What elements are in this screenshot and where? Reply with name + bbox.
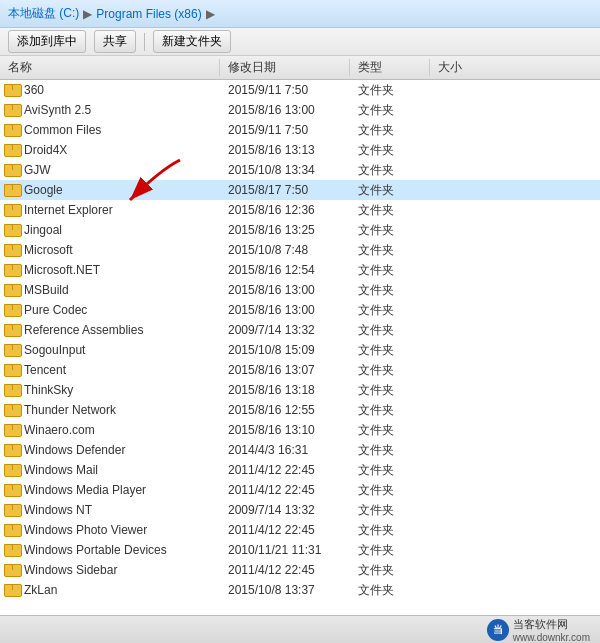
table-row[interactable]: Windows Media Player2011/4/12 22:45文件夹 [0,480,600,500]
file-name-label: Reference Assemblies [24,323,143,337]
file-type-cell: 文件夹 [350,562,430,579]
table-row[interactable]: Pure Codec2015/8/16 13:00文件夹 [0,300,600,320]
table-row[interactable]: Internet Explorer2015/8/16 12:36文件夹 [0,200,600,220]
file-name-cell: GJW [0,163,220,177]
file-type-cell: 文件夹 [350,82,430,99]
folder-icon [4,384,20,397]
table-row[interactable]: Droid4X2015/8/16 13:13文件夹 [0,140,600,160]
table-row[interactable]: SogouInput2015/10/8 15:09文件夹 [0,340,600,360]
file-name-cell: ThinkSky [0,383,220,397]
table-row[interactable]: Microsoft2015/10/8 7:48文件夹 [0,240,600,260]
file-type-cell: 文件夹 [350,402,430,419]
file-name-cell: Windows Photo Viewer [0,523,220,537]
file-name-cell: Windows Sidebar [0,563,220,577]
file-date-cell: 2015/8/16 13:07 [220,363,350,377]
folder-icon [4,464,20,477]
file-type-cell: 文件夹 [350,102,430,119]
table-row[interactable]: Thunder Network2015/8/16 12:55文件夹 [0,400,600,420]
table-row[interactable]: Windows Mail2011/4/12 22:45文件夹 [0,460,600,480]
file-date-cell: 2015/8/16 13:25 [220,223,350,237]
file-name-label: Tencent [24,363,66,377]
table-row[interactable]: Tencent2015/8/16 13:07文件夹 [0,360,600,380]
file-name-cell: Tencent [0,363,220,377]
file-type-cell: 文件夹 [350,542,430,559]
table-row[interactable]: ZkLan2015/10/8 13:37文件夹 [0,580,600,600]
file-date-cell: 2011/4/12 22:45 [220,463,350,477]
file-name-label: Windows Defender [24,443,125,457]
file-type-cell: 文件夹 [350,262,430,279]
breadcrumb-folder[interactable]: Program Files (x86) [96,7,201,21]
file-date-cell: 2015/8/16 13:00 [220,303,350,317]
file-type-cell: 文件夹 [350,362,430,379]
file-name-label: MSBuild [24,283,69,297]
file-list-wrapper: 3602015/9/11 7:50文件夹AviSynth 2.52015/8/1… [0,80,600,615]
table-row[interactable]: Windows NT2009/7/14 13:32文件夹 [0,500,600,520]
col-name-header[interactable]: 名称 [0,59,220,76]
file-type-cell: 文件夹 [350,182,430,199]
folder-icon [4,424,20,437]
file-name-cell: Droid4X [0,143,220,157]
watermark-logo: 当 [487,619,509,641]
folder-icon [4,364,20,377]
add-to-library-button[interactable]: 添加到库中 [8,30,86,53]
new-folder-button[interactable]: 新建文件夹 [153,30,231,53]
file-date-cell: 2015/8/16 13:00 [220,283,350,297]
breadcrumb-drive[interactable]: 本地磁盘 (C:) [8,5,79,22]
table-row[interactable]: 3602015/9/11 7:50文件夹 [0,80,600,100]
file-name-cell: ZkLan [0,583,220,597]
file-name-label: Internet Explorer [24,203,113,217]
file-name-label: Windows Portable Devices [24,543,167,557]
breadcrumb-sep2: ▶ [206,7,215,21]
file-type-cell: 文件夹 [350,422,430,439]
file-date-cell: 2015/8/16 13:13 [220,143,350,157]
file-name-label: Microsoft.NET [24,263,100,277]
table-row[interactable]: ThinkSky2015/8/16 13:18文件夹 [0,380,600,400]
file-date-cell: 2015/9/11 7:50 [220,123,350,137]
file-name-label: Windows NT [24,503,92,517]
file-name-cell: Pure Codec [0,303,220,317]
folder-icon [4,204,20,217]
file-type-cell: 文件夹 [350,242,430,259]
file-name-label: Winaero.com [24,423,95,437]
col-date-header[interactable]: 修改日期 [220,59,350,76]
file-name-label: Droid4X [24,143,67,157]
file-type-cell: 文件夹 [350,382,430,399]
file-name-cell: Jingoal [0,223,220,237]
watermark-label: 当客软件网 www.downkr.com [513,617,590,643]
table-row[interactable]: AviSynth 2.52015/8/16 13:00文件夹 [0,100,600,120]
col-type-header[interactable]: 类型 [350,59,430,76]
table-row[interactable]: Windows Sidebar2011/4/12 22:45文件夹 [0,560,600,580]
file-type-cell: 文件夹 [350,122,430,139]
file-name-label: Windows Sidebar [24,563,117,577]
table-row[interactable]: Windows Photo Viewer2011/4/12 22:45文件夹 [0,520,600,540]
file-date-cell: 2014/4/3 16:31 [220,443,350,457]
file-date-cell: 2015/8/17 7:50 [220,183,350,197]
file-type-cell: 文件夹 [350,442,430,459]
table-row[interactable]: Google2015/8/17 7:50文件夹 [0,180,600,200]
table-row[interactable]: Reference Assemblies2009/7/14 13:32文件夹 [0,320,600,340]
table-row[interactable]: Common Files2015/9/11 7:50文件夹 [0,120,600,140]
file-name-cell: Google [0,183,220,197]
file-name-cell: 360 [0,83,220,97]
share-button[interactable]: 共享 [94,30,136,53]
file-name-cell: Thunder Network [0,403,220,417]
file-name-cell: Windows Mail [0,463,220,477]
file-type-cell: 文件夹 [350,342,430,359]
col-size-header[interactable]: 大小 [430,59,600,76]
file-date-cell: 2011/4/12 22:45 [220,483,350,497]
folder-icon [4,524,20,537]
table-row[interactable]: Jingoal2015/8/16 13:25文件夹 [0,220,600,240]
table-row[interactable]: MSBuild2015/8/16 13:00文件夹 [0,280,600,300]
file-name-label: Windows Mail [24,463,98,477]
table-row[interactable]: Windows Defender2014/4/3 16:31文件夹 [0,440,600,460]
table-row[interactable]: Microsoft.NET2015/8/16 12:54文件夹 [0,260,600,280]
table-row[interactable]: Windows Portable Devices2010/11/21 11:31… [0,540,600,560]
watermark: 当 当客软件网 www.downkr.com [487,617,590,643]
table-row[interactable]: GJW2015/10/8 13:34文件夹 [0,160,600,180]
folder-icon [4,484,20,497]
table-row[interactable]: Winaero.com2015/8/16 13:10文件夹 [0,420,600,440]
file-name-label: SogouInput [24,343,85,357]
file-type-cell: 文件夹 [350,582,430,599]
folder-icon [4,564,20,577]
folder-icon [4,324,20,337]
